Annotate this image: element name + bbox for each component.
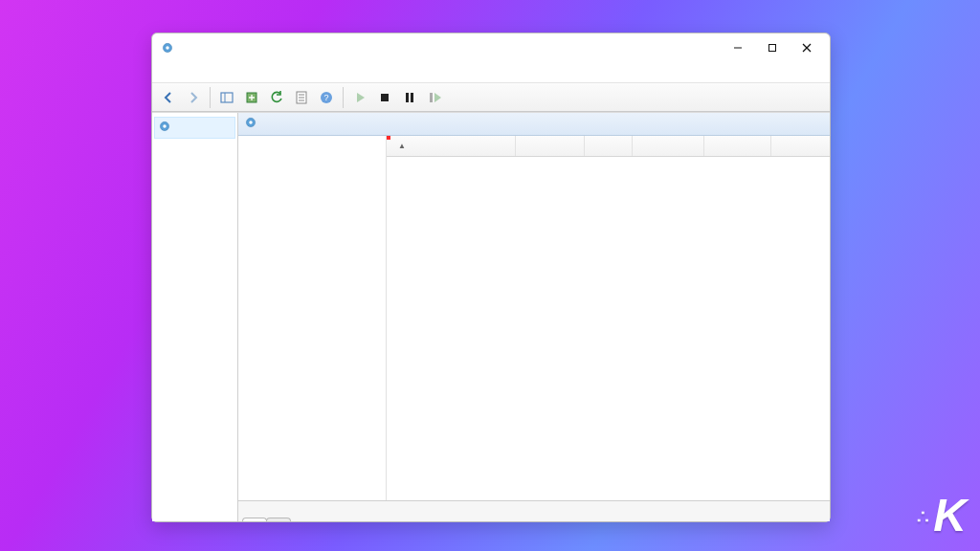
tree-item-services-local[interactable] (154, 117, 235, 139)
services-window: ? ▲ (151, 33, 831, 522)
col-logon-as[interactable] (704, 136, 771, 156)
maximize-button[interactable] (755, 34, 790, 61)
gear-icon (244, 116, 257, 132)
menubar (152, 62, 830, 83)
help-button[interactable]: ? (315, 86, 338, 109)
gear-icon (158, 120, 171, 136)
svg-rect-18 (411, 93, 413, 102)
services-list: ▲ (387, 136, 830, 500)
app-icon (160, 40, 175, 55)
close-button[interactable] (790, 34, 824, 61)
tabstrip (238, 500, 830, 521)
tab-extended[interactable] (242, 518, 267, 521)
svg-text:?: ? (323, 93, 328, 102)
pause-service-button[interactable] (398, 86, 421, 109)
detail-header (238, 113, 830, 136)
restart-service-button[interactable] (423, 86, 446, 109)
tab-standard[interactable] (266, 518, 291, 521)
stop-service-button[interactable] (373, 86, 396, 109)
forward-button[interactable] (182, 86, 205, 109)
sort-ascending-icon: ▲ (398, 142, 406, 150)
col-description[interactable] (516, 136, 585, 156)
minimize-button[interactable] (721, 34, 755, 61)
svg-marker-20 (434, 93, 441, 102)
back-button[interactable] (157, 86, 180, 109)
svg-point-22 (163, 124, 167, 128)
svg-point-24 (249, 121, 253, 124)
export-button[interactable] (240, 86, 263, 109)
wallpaper-logo: K (917, 489, 963, 541)
refresh-button[interactable] (265, 86, 288, 109)
col-status[interactable] (585, 136, 633, 156)
svg-rect-3 (769, 45, 776, 52)
svg-marker-15 (357, 93, 365, 102)
svg-point-1 (166, 46, 169, 50)
column-headers: ▲ (387, 136, 830, 157)
col-name[interactable]: ▲ (387, 136, 516, 156)
svg-rect-6 (221, 93, 233, 102)
start-service-button[interactable] (348, 86, 371, 109)
svg-rect-16 (381, 94, 389, 101)
svg-rect-19 (430, 93, 433, 102)
titlebar[interactable] (152, 33, 830, 62)
description-pane (238, 136, 387, 500)
show-hide-tree-button[interactable] (215, 86, 238, 109)
tree-pane (152, 113, 238, 521)
properties-button[interactable] (290, 86, 313, 109)
toolbar: ? (152, 83, 830, 112)
col-startup-type[interactable] (633, 136, 704, 156)
svg-rect-17 (406, 93, 409, 102)
